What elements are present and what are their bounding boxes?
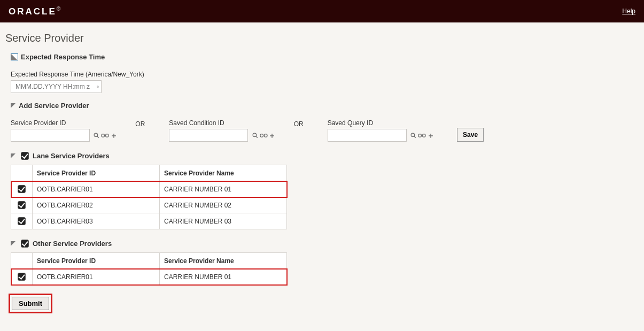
plus-icon[interactable]: ＋ xyxy=(110,131,118,140)
submit-highlight-frame: Submit xyxy=(9,294,52,313)
or-label: OR xyxy=(283,119,315,128)
table-row[interactable]: OOTB.CARRIER02CARRIER NUMBER 02 xyxy=(11,197,287,213)
svg-line-9 xyxy=(414,136,416,138)
row-sp-name: CARRIER NUMBER 01 xyxy=(160,269,287,285)
row-sp-name: CARRIER NUMBER 01 xyxy=(160,181,287,197)
table-row[interactable]: OOTB.CARRIER01CARRIER NUMBER 01 xyxy=(11,269,287,285)
add-service-provider-section: Add Service Provider Service Provider ID… xyxy=(11,102,633,142)
service-provider-id-input[interactable] xyxy=(11,129,90,142)
row-checkbox[interactable] xyxy=(18,201,26,209)
svg-point-8 xyxy=(411,133,415,137)
link-icon[interactable] xyxy=(101,131,109,140)
saved-query-id-input[interactable] xyxy=(328,129,407,142)
svg-point-3 xyxy=(106,134,109,137)
help-link[interactable]: Help xyxy=(622,7,635,15)
row-checkbox-cell xyxy=(11,197,33,213)
search-icon[interactable] xyxy=(409,131,417,140)
service-provider-id-col: Service Provider ID ＋ xyxy=(11,119,118,142)
expected-response-input[interactable] xyxy=(14,82,97,91)
svg-point-10 xyxy=(418,134,422,137)
svg-point-6 xyxy=(260,134,263,137)
lane-col-checkbox xyxy=(11,165,33,181)
collapse-toggle-icon[interactable] xyxy=(11,103,15,108)
search-icon[interactable] xyxy=(92,131,100,140)
other-col-id-header: Service Provider ID xyxy=(33,253,160,269)
svg-point-11 xyxy=(422,134,425,137)
row-sp-id: OOTB.CARRIER01 xyxy=(33,181,160,197)
expected-response-input-wrap[interactable] xyxy=(11,80,102,93)
lane-col-name-header: Service Provider Name xyxy=(160,165,287,181)
row-sp-name: CARRIER NUMBER 03 xyxy=(160,213,287,229)
registered-mark: ® xyxy=(57,6,60,12)
lane-table-body: OOTB.CARRIER01CARRIER NUMBER 01OOTB.CARR… xyxy=(11,181,287,229)
link-icon[interactable] xyxy=(260,131,268,140)
search-icon[interactable] xyxy=(251,131,259,140)
plus-icon[interactable]: ＋ xyxy=(426,131,434,140)
collapse-toggle-icon[interactable] xyxy=(11,153,15,158)
row-checkbox[interactable] xyxy=(18,273,26,281)
row-sp-id: OOTB.CARRIER02 xyxy=(33,197,160,213)
row-sp-name: CARRIER NUMBER 02 xyxy=(160,197,287,213)
other-col-checkbox xyxy=(11,253,33,269)
svg-point-7 xyxy=(264,134,267,137)
logo-text: ORACLE xyxy=(9,6,57,16)
other-col-name-header: Service Provider Name xyxy=(160,253,287,269)
other-service-providers-section: Other Service Providers Service Provider… xyxy=(11,238,633,285)
submit-button[interactable]: Submit xyxy=(12,297,49,310)
row-checkbox-cell xyxy=(11,213,33,229)
saved-condition-id-col: Saved Condition ID ＋ xyxy=(169,119,276,142)
expected-response-field-label: Expected Response Time (America/New_York… xyxy=(11,71,633,78)
row-checkbox-cell xyxy=(11,181,33,197)
lane-col-id-header: Service Provider ID xyxy=(33,165,160,181)
expected-response-label: Expected Response Time xyxy=(21,53,105,61)
svg-line-1 xyxy=(97,136,99,138)
page-title: Service Provider xyxy=(0,22,644,50)
lane-section-label: Lane Service Providers xyxy=(33,152,110,160)
svg-line-5 xyxy=(256,136,258,138)
saved-condition-id-label: Saved Condition ID xyxy=(169,119,276,127)
row-checkbox-cell xyxy=(11,269,33,285)
link-icon[interactable] xyxy=(418,131,426,140)
svg-point-0 xyxy=(95,133,98,137)
content-area: Expected Response Time Expected Response… xyxy=(0,53,644,324)
calendar-icon[interactable] xyxy=(97,83,99,90)
plus-icon[interactable]: ＋ xyxy=(268,131,276,140)
lane-service-providers-section: Lane Service Providers Service Provider … xyxy=(11,150,633,229)
save-button[interactable]: Save xyxy=(457,128,484,142)
svg-point-4 xyxy=(253,133,257,137)
saved-condition-id-input[interactable] xyxy=(169,129,248,142)
row-checkbox[interactable] xyxy=(18,217,26,225)
add-service-provider-label: Add Service Provider xyxy=(19,102,89,110)
saved-query-id-col: Saved Query ID ＋ xyxy=(328,119,434,142)
row-sp-id: OOTB.CARRIER01 xyxy=(33,269,160,285)
lane-table: Service Provider ID Service Provider Nam… xyxy=(11,165,287,229)
other-section-label: Other Service Providers xyxy=(33,240,112,248)
collapse-toggle-icon[interactable] xyxy=(11,53,18,60)
saved-query-id-label: Saved Query ID xyxy=(328,119,434,127)
svg-point-2 xyxy=(102,134,105,137)
expected-response-section: Expected Response Time Expected Response… xyxy=(11,53,633,93)
other-table-body: OOTB.CARRIER01CARRIER NUMBER 01 xyxy=(11,269,287,285)
or-label: OR xyxy=(124,119,156,128)
top-bar: ORACLE® Help xyxy=(0,0,644,22)
service-provider-id-label: Service Provider ID xyxy=(11,119,118,127)
row-checkbox[interactable] xyxy=(18,185,26,193)
table-row[interactable]: OOTB.CARRIER03CARRIER NUMBER 03 xyxy=(11,213,287,229)
collapse-toggle-icon[interactable] xyxy=(11,241,15,246)
row-sp-id: OOTB.CARRIER03 xyxy=(33,213,160,229)
table-row[interactable]: OOTB.CARRIER01CARRIER NUMBER 01 xyxy=(11,181,287,197)
other-table: Service Provider ID Service Provider Nam… xyxy=(11,252,287,285)
other-section-checkbox[interactable] xyxy=(21,240,29,248)
oracle-logo: ORACLE® xyxy=(9,6,60,17)
lane-section-checkbox[interactable] xyxy=(21,152,29,160)
